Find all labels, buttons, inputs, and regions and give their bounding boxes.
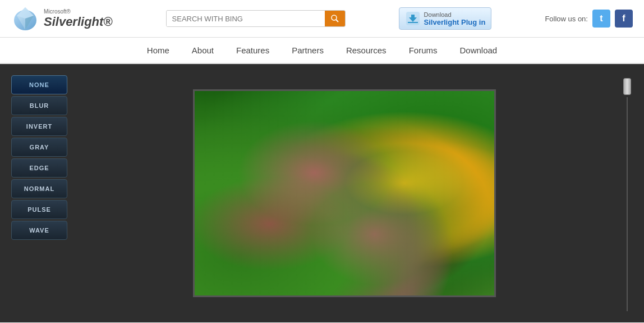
nav-item-home[interactable]: Home	[136, 38, 181, 63]
effect-btn-invert[interactable]: INVERT	[11, 117, 67, 136]
download-header-button[interactable]: Download Silverlight Plug in	[399, 7, 492, 30]
nav-item-about[interactable]: About	[181, 38, 225, 63]
scroll-track	[627, 97, 628, 311]
effects-sidebar: NONEBLURINVERTGRAYEDGENORMALPULSEWAVE	[11, 75, 67, 311]
nav-item-partners[interactable]: Partners	[280, 38, 335, 63]
effect-btn-blur[interactable]: BLUR	[11, 96, 67, 115]
nav-item-features[interactable]: Features	[225, 38, 280, 63]
nav-item-forums[interactable]: Forums	[398, 38, 449, 63]
svg-point-4	[332, 15, 337, 20]
follow-us-area: Follow us on: t f	[545, 10, 633, 28]
logo-area: Microsoft® Silverlight®	[11, 4, 113, 33]
search-icon	[330, 14, 339, 23]
scroll-thumb[interactable]	[623, 78, 631, 95]
effect-btn-normal[interactable]: NORMAL	[11, 179, 67, 198]
image-area	[76, 75, 613, 311]
garden-image-canvas	[195, 91, 494, 295]
header: Microsoft® Silverlight® Download Silverl…	[0, 0, 644, 38]
search-input[interactable]	[167, 11, 325, 26]
microsoft-label: Microsoft®	[44, 8, 113, 15]
nav-item-download[interactable]: Download	[448, 38, 508, 63]
download-arrow-icon	[405, 11, 421, 26]
twitter-button[interactable]: t	[592, 10, 610, 28]
nav-item-resources[interactable]: Resources	[335, 38, 398, 63]
facebook-button[interactable]: f	[615, 10, 633, 28]
garden-image-frame	[193, 89, 496, 297]
download-bottom-text: Silverlight Plug in	[424, 18, 486, 26]
main-content: NONEBLURINVERTGRAYEDGENORMALPULSEWAVE	[0, 64, 644, 322]
logo-text: Microsoft® Silverlight®	[44, 8, 113, 29]
search-button[interactable]	[325, 11, 345, 26]
effect-btn-gray[interactable]: GRAY	[11, 138, 67, 157]
effect-btn-pulse[interactable]: PULSE	[11, 200, 67, 219]
svg-line-5	[336, 20, 338, 22]
svg-rect-9	[408, 22, 418, 23]
facebook-icon: f	[622, 13, 625, 24]
download-top-text: Download	[424, 11, 486, 18]
silverlight-label: Silverlight®	[44, 15, 113, 29]
download-text-area: Download Silverlight Plug in	[424, 11, 486, 26]
follow-us-label: Follow us on:	[545, 15, 588, 23]
svg-rect-8	[411, 15, 415, 19]
effect-btn-edge[interactable]: EDGE	[11, 158, 67, 178]
scrollbar[interactable]	[622, 75, 633, 311]
silverlight-logo-icon	[11, 4, 39, 33]
twitter-icon: t	[600, 13, 602, 24]
effect-btn-none[interactable]: NONE	[11, 75, 67, 94]
effect-btn-wave[interactable]: WAVE	[11, 221, 67, 240]
search-bar	[166, 10, 346, 27]
nav-bar: HomeAboutFeaturesPartnersResourcesForums…	[0, 38, 644, 64]
